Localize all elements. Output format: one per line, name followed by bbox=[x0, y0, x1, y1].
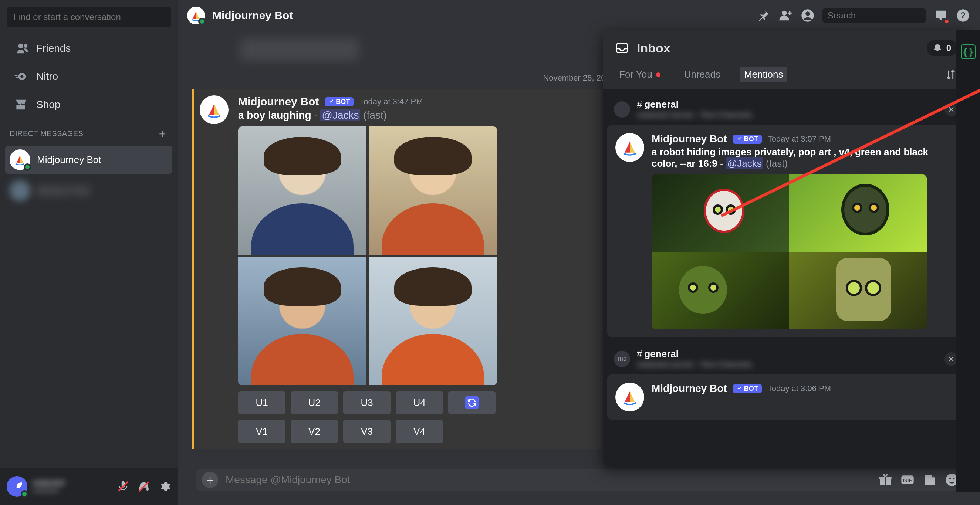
tab-unreads[interactable]: Unreads bbox=[680, 67, 725, 83]
upscale-4-button[interactable]: U4 bbox=[396, 391, 443, 414]
inbox-tabs: For You Unreads Mentions bbox=[603, 67, 969, 89]
hash-icon: # bbox=[637, 348, 642, 360]
deafen-icon[interactable] bbox=[138, 480, 150, 493]
message-author[interactable]: Midjourney Bot bbox=[238, 95, 319, 108]
profile-icon[interactable] bbox=[800, 8, 815, 23]
inbox-icon[interactable] bbox=[934, 8, 948, 23]
mention[interactable]: @Jacks bbox=[726, 157, 763, 169]
variation-3-button[interactable]: V3 bbox=[343, 420, 391, 443]
inbox-header: Inbox 0 bbox=[603, 30, 969, 67]
upscale-3-button[interactable]: U3 bbox=[343, 391, 391, 414]
upscale-1-button[interactable]: U1 bbox=[238, 391, 285, 414]
sort-icon[interactable] bbox=[945, 68, 957, 81]
dismiss-button[interactable] bbox=[945, 352, 958, 365]
self-avatar[interactable] bbox=[6, 476, 27, 497]
message-avatar[interactable] bbox=[200, 95, 229, 124]
nav-shop[interactable]: Shop bbox=[5, 92, 172, 117]
dev-tools-icon[interactable]: { } bbox=[961, 44, 975, 59]
channel-link[interactable]: #general bbox=[637, 348, 752, 360]
svg-point-10 bbox=[805, 11, 810, 16]
dm-header-label: DIRECT MESSAGES bbox=[10, 129, 83, 138]
pin-icon[interactable] bbox=[756, 8, 771, 23]
hash-icon: # bbox=[637, 99, 642, 110]
inbox-panel: Inbox 0 For You Unreads Mentions bbox=[603, 30, 969, 466]
avatar bbox=[10, 149, 30, 170]
inbox-body: #general redacted server › Text Channels… bbox=[603, 89, 969, 466]
help-icon[interactable]: ? bbox=[956, 8, 970, 23]
attach-button[interactable]: ＋ bbox=[202, 472, 218, 488]
dm-item-redacted[interactable]: REDACTED bbox=[5, 177, 172, 205]
nav-nitro[interactable]: Nitro bbox=[5, 64, 172, 89]
gift-icon[interactable] bbox=[878, 472, 893, 487]
bot-tag: BOT bbox=[733, 384, 762, 393]
channel-link[interactable]: #general bbox=[637, 99, 752, 110]
redacted-message bbox=[240, 38, 359, 60]
create-dm-icon[interactable]: ＋ bbox=[157, 126, 168, 141]
self-username[interactable]: redacted redacted bbox=[33, 478, 64, 495]
server-name: redacted server › Text Channels bbox=[637, 360, 752, 369]
status-online-icon bbox=[24, 164, 31, 171]
nav-friends-label: Friends bbox=[36, 43, 71, 54]
channel-title: Midjourney Bot bbox=[212, 9, 293, 22]
inbox-message[interactable]: Midjourney Bot BOT Today at 3:06 PM bbox=[607, 375, 964, 419]
message-author: Midjourney Bot bbox=[652, 133, 727, 145]
close-icon bbox=[947, 355, 955, 363]
svg-text:GIF: GIF bbox=[903, 477, 912, 484]
inbox-section: ms #general redacted server › Text Chann… bbox=[607, 343, 964, 419]
message-content: a robot hiding images privately, pop art… bbox=[652, 146, 956, 169]
message-timestamp: Today at 3:06 PM bbox=[768, 384, 831, 393]
svg-point-8 bbox=[782, 10, 787, 15]
variation-2-button[interactable]: V2 bbox=[291, 420, 338, 443]
svg-rect-3 bbox=[16, 77, 19, 78]
variation-4-button[interactable]: V4 bbox=[396, 420, 443, 443]
nitro-icon bbox=[13, 69, 28, 84]
dm-sidebar: Friends Nitro Shop DIRECT MESSAGES ＋ Mid… bbox=[0, 0, 178, 505]
main-area: Midjourney Bot ? November 25, 2023 bbox=[178, 0, 980, 505]
composer-input[interactable] bbox=[226, 474, 870, 486]
quick-switcher-input[interactable] bbox=[6, 6, 171, 27]
svg-rect-6 bbox=[146, 487, 149, 491]
dm-item-label: REDACTED bbox=[37, 185, 90, 197]
server-avatar: ms bbox=[614, 351, 630, 367]
nav-shop-label: Shop bbox=[36, 99, 60, 111]
mute-mic-icon[interactable] bbox=[117, 480, 129, 493]
friends-icon bbox=[13, 41, 28, 56]
tab-mentions[interactable]: Mentions bbox=[740, 67, 788, 83]
tab-for-you[interactable]: For You bbox=[615, 67, 665, 83]
mention-count-badge[interactable]: 0 bbox=[927, 40, 957, 56]
dismiss-button[interactable] bbox=[945, 103, 958, 116]
close-icon bbox=[947, 106, 955, 113]
refresh-icon bbox=[465, 396, 479, 409]
right-rail: { } bbox=[956, 30, 980, 492]
settings-icon[interactable] bbox=[158, 480, 171, 493]
user-panel: redacted redacted bbox=[0, 468, 178, 505]
generated-image[interactable] bbox=[652, 175, 927, 329]
inbox-section: #general redacted server › Text Channels… bbox=[607, 94, 964, 337]
mention[interactable]: @Jacks bbox=[320, 109, 360, 121]
svg-rect-2 bbox=[14, 75, 18, 76]
search-box[interactable] bbox=[822, 8, 926, 23]
bot-tag: BOT bbox=[325, 97, 353, 106]
search-input[interactable] bbox=[828, 10, 938, 21]
titlebar: Midjourney Bot ? bbox=[178, 0, 980, 31]
svg-text:?: ? bbox=[960, 11, 966, 20]
nav-friends[interactable]: Friends bbox=[5, 36, 172, 61]
status-online-icon bbox=[21, 490, 28, 498]
shop-icon bbox=[13, 97, 28, 112]
variation-1-button[interactable]: V1 bbox=[238, 420, 285, 443]
upscale-2-button[interactable]: U2 bbox=[291, 391, 338, 414]
add-friend-icon[interactable] bbox=[778, 8, 793, 23]
sticker-icon[interactable] bbox=[922, 472, 937, 487]
nav-nitro-label: Nitro bbox=[36, 71, 58, 83]
inbox-message[interactable]: Midjourney Bot BOT Today at 3:07 PM a ro… bbox=[607, 125, 964, 337]
message-timestamp: Today at 3:47 PM bbox=[360, 97, 423, 106]
status-online-icon bbox=[198, 18, 205, 25]
dm-item-midjourney[interactable]: Midjourney Bot bbox=[5, 146, 172, 174]
server-name: redacted server › Text Channels bbox=[637, 110, 752, 120]
generated-image-grid[interactable] bbox=[238, 126, 497, 385]
inbox-title-icon bbox=[615, 41, 629, 56]
quick-switcher bbox=[0, 0, 178, 34]
message-avatar bbox=[616, 383, 644, 411]
gif-icon[interactable]: GIF bbox=[900, 472, 915, 487]
reroll-button[interactable] bbox=[448, 391, 496, 414]
